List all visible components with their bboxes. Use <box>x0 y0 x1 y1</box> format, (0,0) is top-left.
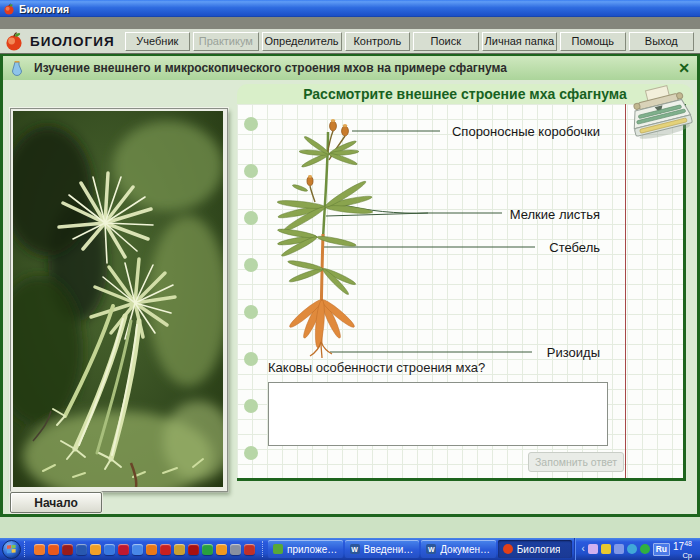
quicklaunch-icon[interactable] <box>34 544 45 555</box>
tray-icon[interactable] <box>640 544 650 554</box>
quicklaunch-ie-icon[interactable] <box>104 544 115 555</box>
app-brand: БИОЛОГИЯ <box>30 34 115 49</box>
language-indicator[interactable]: Ru <box>653 543 670 556</box>
tab-opredelitel[interactable]: Определитель <box>262 32 342 51</box>
tab-pomosch[interactable]: Помощь <box>560 32 625 51</box>
menu-tabs: Учебник Практикум Определитель Контроль … <box>125 32 694 51</box>
clock-minute: 48 <box>684 539 692 546</box>
task-label: Документ1 - Micro... <box>440 544 491 555</box>
task-label: Биология <box>517 544 561 555</box>
lesson-header: Изучение внешнего и микроскопического ст… <box>0 54 700 80</box>
window-gap-strip <box>0 17 700 29</box>
quicklaunch-icon[interactable] <box>118 544 129 555</box>
taskbar: приложения W Введение - Micro... W Докум… <box>0 538 700 560</box>
tab-vyhod[interactable]: Выход <box>629 32 694 51</box>
word-icon: W <box>350 544 360 554</box>
task-title-band: Рассмотрите внешнее строение мха сфагнум… <box>237 84 693 105</box>
apple-icon <box>3 3 15 15</box>
tab-praktikum: Практикум <box>193 32 258 51</box>
task-biologiya[interactable]: Биология <box>498 540 573 558</box>
moss-photo <box>13 111 223 487</box>
quick-launch <box>30 544 259 555</box>
answer-input[interactable] <box>268 382 608 446</box>
tray-icon[interactable] <box>614 544 624 554</box>
start-button[interactable]: Начало <box>10 492 102 513</box>
screen: Биология БИОЛОГИЯ Учебник Практикум Опре… <box>0 0 700 560</box>
tray-icon[interactable] <box>588 544 598 554</box>
taskbar-divider <box>262 541 265 557</box>
clock[interactable]: 1748 Ср <box>673 538 694 559</box>
quicklaunch-icon[interactable] <box>244 544 255 555</box>
quicklaunch-icon[interactable] <box>202 544 213 555</box>
quicklaunch-opera-icon[interactable] <box>62 544 73 555</box>
moss-photo-frame <box>10 108 228 492</box>
task-dokument1-word[interactable]: W Документ1 - Micro... <box>421 540 496 558</box>
tray-expand-icon[interactable]: ‹ <box>581 544 584 554</box>
diagram-label-leaves: Мелкие листья <box>459 207 600 222</box>
quicklaunch-firefox-icon[interactable] <box>48 544 59 555</box>
windows-flag-icon <box>7 545 16 554</box>
diagram-label-stem: Стебель <box>459 240 600 255</box>
quicklaunch-icon[interactable] <box>132 544 143 555</box>
system-tray: ‹ Ru 1748 Ср <box>574 538 698 560</box>
quicklaunch-adobe-icon[interactable] <box>160 544 171 555</box>
task-label: приложения <box>287 544 338 555</box>
typewriter-icon <box>626 84 694 140</box>
tab-uchebnik[interactable]: Учебник <box>125 32 190 51</box>
apple-logo-icon <box>4 31 24 52</box>
desktop-strip <box>0 517 700 538</box>
app-menubar: БИОЛОГИЯ Учебник Практикум Определитель … <box>0 29 700 54</box>
task-prilozheniya[interactable]: приложения <box>268 540 343 558</box>
tray-icon[interactable] <box>601 544 611 554</box>
quicklaunch-icon[interactable] <box>230 544 241 555</box>
word-icon: W <box>426 544 436 554</box>
quicklaunch-icon[interactable] <box>174 544 185 555</box>
app-icon <box>273 544 283 554</box>
diagram-label-capsules: Спороносные коробочки <box>442 124 600 139</box>
task-title: Рассмотрите внешнее строение мха сфагнум… <box>237 84 693 105</box>
window-title: Биология <box>19 3 69 15</box>
quicklaunch-icon[interactable] <box>216 544 227 555</box>
close-icon[interactable]: ✕ <box>678 61 690 75</box>
clock-day: Ср <box>673 551 692 560</box>
tab-poisk[interactable]: Поиск <box>413 32 478 51</box>
taskbar-divider <box>24 541 27 557</box>
tab-kontrol[interactable]: Контроль <box>345 32 410 51</box>
lesson-title: Изучение внешнего и микроскопического ст… <box>34 61 668 75</box>
quicklaunch-icon[interactable] <box>76 544 87 555</box>
task-vvedenie-word[interactable]: W Введение - Micro... <box>345 540 420 558</box>
tray-icon[interactable] <box>627 544 637 554</box>
tab-lichnaya-papka[interactable]: Личная папка <box>482 32 558 51</box>
start-button-orb[interactable] <box>2 540 21 559</box>
quicklaunch-icon[interactable] <box>146 544 157 555</box>
diagram-label-rhizoids: Ризоиды <box>459 345 600 360</box>
save-answer-button[interactable]: Запомнить ответ <box>528 452 624 472</box>
question-text: Каковы особенности строения мха? <box>268 360 485 375</box>
lesson-icon <box>10 60 24 76</box>
task-label: Введение - Micro... <box>364 544 415 555</box>
notebook-page: Спороносные коробочки Мелкие листья Стеб… <box>237 104 686 481</box>
apple-icon <box>503 544 513 554</box>
quicklaunch-icon[interactable] <box>90 544 101 555</box>
window-titlebar[interactable]: Биология <box>0 0 700 17</box>
quicklaunch-avira-icon[interactable] <box>188 544 199 555</box>
